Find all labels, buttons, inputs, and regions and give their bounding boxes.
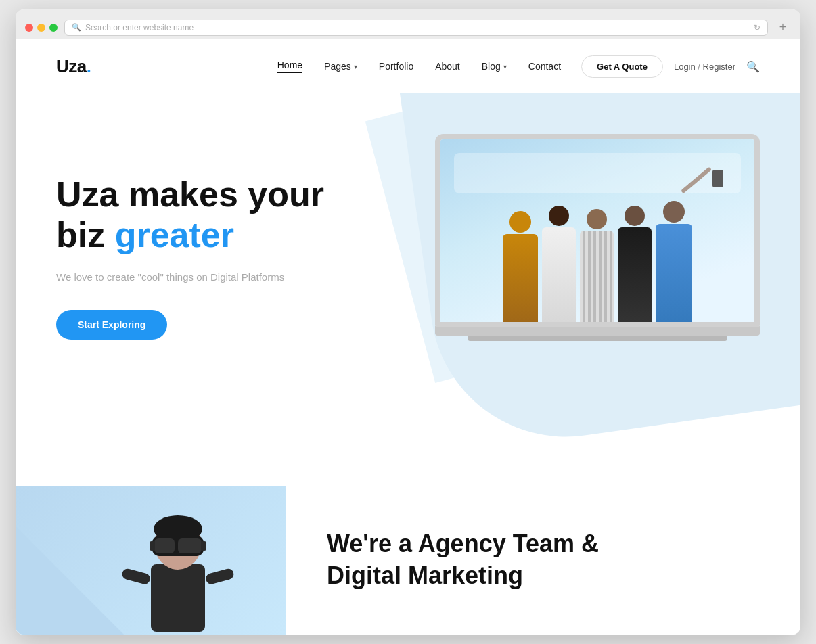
reload-icon[interactable]: ↻ <box>754 23 761 32</box>
laptop-base <box>435 326 760 336</box>
body-5 <box>656 224 692 322</box>
laptop-screen-inner <box>440 139 754 322</box>
head-4 <box>625 206 645 226</box>
person-1 <box>503 211 538 322</box>
address-text: Search or enter website name <box>85 23 194 32</box>
svg-rect-9 <box>121 568 152 585</box>
logo-text: Uza <box>56 56 87 76</box>
logo[interactable]: Uza. <box>56 56 91 77</box>
body-1 <box>503 234 538 322</box>
person-4 <box>618 206 652 322</box>
laptop-stand <box>468 336 727 341</box>
photo-frame <box>440 139 754 322</box>
navbar: Uza. Home Pages ▾ Portfolio About Blog <box>16 39 800 93</box>
nav-about[interactable]: About <box>435 61 460 72</box>
person-5 <box>656 201 692 322</box>
nav-links: Home Pages ▾ Portfolio About Blog ▾ Cont <box>277 60 561 73</box>
svg-rect-0 <box>151 564 205 632</box>
minimize-button[interactable] <box>37 24 45 32</box>
person-2 <box>542 206 576 322</box>
traffic-lights <box>25 24 58 32</box>
browser-chrome: 🔍 Search or enter website name ↻ + <box>16 9 800 39</box>
bg-window <box>454 153 741 193</box>
close-button[interactable] <box>25 24 33 32</box>
get-quote-button[interactable]: Get A Quote <box>581 55 663 78</box>
nav-portfolio[interactable]: Portfolio <box>379 61 413 72</box>
nav-actions: Get A Quote Login / Register 🔍 <box>581 55 760 78</box>
start-exploring-button[interactable]: Start Exploring <box>56 310 167 340</box>
hero-title: Uza makes your biz greater <box>56 175 394 256</box>
maximize-button[interactable] <box>49 24 58 32</box>
chevron-down-icon: ▾ <box>354 63 357 70</box>
head-2 <box>549 206 569 226</box>
person-3 <box>580 209 614 322</box>
svg-rect-5 <box>154 538 175 553</box>
nav-contact[interactable]: Contact <box>528 61 561 72</box>
search-icon[interactable]: 🔍 <box>746 60 760 73</box>
logo-dot: . <box>87 56 91 76</box>
body-2 <box>542 227 576 322</box>
section2-text: We're a Agency Team & Digital Marketing <box>286 501 639 619</box>
body-3 <box>580 231 614 322</box>
head-5 <box>663 201 685 223</box>
section2-bg-corner <box>16 526 124 635</box>
hero-image <box>435 134 760 341</box>
head-1 <box>509 211 531 233</box>
laptop-mockup <box>435 134 760 341</box>
address-bar[interactable]: 🔍 Search or enter website name ↻ <box>64 20 768 36</box>
nav-home[interactable]: Home <box>277 60 302 73</box>
laptop-screen <box>435 134 760 327</box>
new-tab-button[interactable]: + <box>775 20 791 36</box>
hero-subtitle: We love to create "cool" things on Digit… <box>56 269 394 285</box>
website-content: Uza. Home Pages ▾ Portfolio About Blog <box>16 39 800 635</box>
svg-rect-8 <box>201 541 206 551</box>
nav-pages[interactable]: Pages ▾ <box>324 61 357 72</box>
svg-rect-10 <box>204 568 235 585</box>
vr-person <box>110 486 246 635</box>
svg-rect-7 <box>150 541 155 551</box>
browser-window: 🔍 Search or enter website name ↻ + Uza. … <box>16 9 800 635</box>
search-icon: 🔍 <box>72 23 81 32</box>
nav-blog[interactable]: Blog ▾ <box>482 61 507 72</box>
hero-section: Uza makes your biz greater We love to cr… <box>16 93 800 486</box>
chevron-down-icon: ▾ <box>503 63 507 70</box>
vr-person-svg <box>110 486 246 632</box>
section2-image <box>16 486 286 635</box>
section2-title: We're a Agency Team & Digital Marketing <box>327 528 599 592</box>
login-register-link[interactable]: Login / Register <box>674 62 735 72</box>
section2: We're a Agency Team & Digital Marketing <box>16 486 800 635</box>
hero-content: Uza makes your biz greater We love to cr… <box>56 120 394 340</box>
head-3 <box>587 209 607 229</box>
svg-rect-6 <box>178 538 202 553</box>
people-group <box>503 201 692 322</box>
body-4 <box>618 227 652 322</box>
hero-highlight: greater <box>115 215 234 254</box>
